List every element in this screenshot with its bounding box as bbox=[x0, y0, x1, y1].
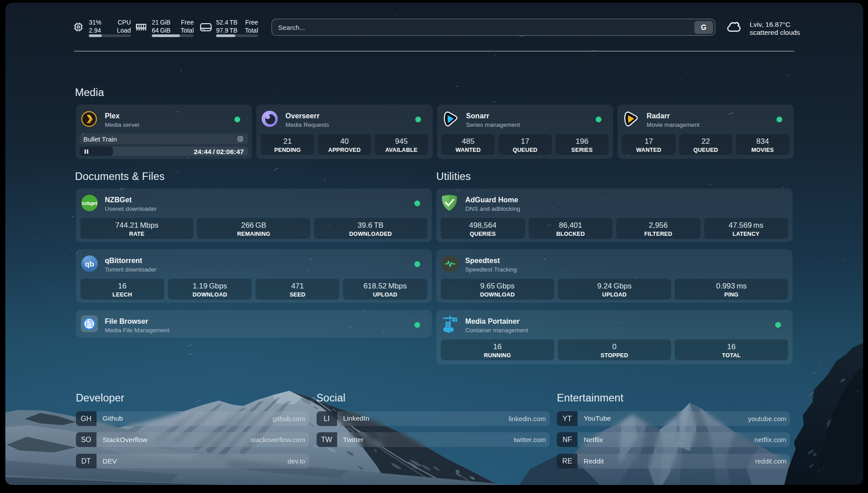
svg-text:qb: qb bbox=[85, 260, 94, 268]
svg-text:nzbget: nzbget bbox=[82, 201, 97, 206]
